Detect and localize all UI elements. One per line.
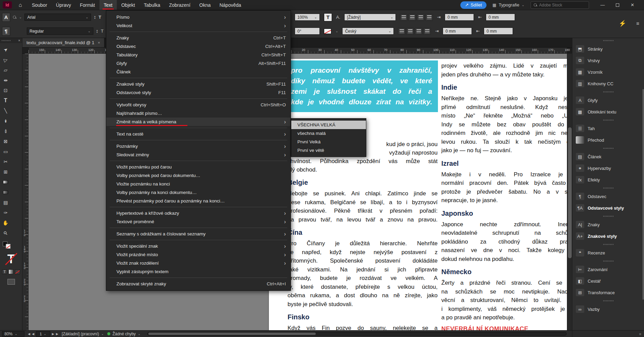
menubar-item-tabulka[interactable]: Tabulka xyxy=(140,0,165,10)
menu-item-clanek[interactable]: Článek xyxy=(106,68,291,76)
rotation-field[interactable]: 0° xyxy=(295,28,320,35)
menu-item-vlozit-znak-rozdeleni[interactable]: Vložit znak rozdělení› xyxy=(106,259,291,267)
previous-page-button[interactable]: ◀ xyxy=(32,332,34,336)
submenu-item-prvni-velka[interactable]: První Velká xyxy=(291,138,366,146)
hand-tool-icon[interactable]: ✋ xyxy=(0,218,11,228)
menu-item-seznamy-s-odrazkami-a-cislovane-seznamy[interactable]: Seznamy s odrážkami a číslované seznamy› xyxy=(106,230,291,238)
eyedropper-tool-icon[interactable]: ✑ xyxy=(0,208,11,218)
zoom-tool-icon[interactable]: ⚲ xyxy=(0,228,11,238)
scale-select[interactable]: 100% ⌄ xyxy=(295,14,320,21)
font-family-select[interactable]: Arial ⌄ xyxy=(24,14,91,21)
menu-item-vlozit-specialni-znak[interactable]: Vložit speciální znak› xyxy=(106,242,291,250)
panel-button-knihovny-cc[interactable]: ▥Knihovny CC xyxy=(572,78,644,89)
menu-item-odstavcove-styly[interactable]: Odstavcové stylyF11 xyxy=(106,88,291,97)
direct-selection-tool-icon[interactable]: ▷ xyxy=(0,55,11,65)
type-tool-icon[interactable]: T xyxy=(0,95,11,106)
free-transform-tool-icon[interactable]: ⊞ xyxy=(0,167,11,177)
panel-button-zarovnani[interactable]: ⊨Zarovnání xyxy=(572,264,644,275)
panel-button-vrstvy[interactable]: ⧉Vrstvy xyxy=(572,55,644,66)
paragraph-formatting-toggle[interactable]: ¶ xyxy=(2,27,10,36)
menu-item-znaky[interactable]: ZnakyCtrl+T xyxy=(106,34,291,42)
panel-button-tah[interactable]: ☰Tah xyxy=(572,123,644,134)
submenu-item-prvni-ve-vete[interactable]: První ve větě xyxy=(291,146,366,155)
note-tool-icon[interactable]: ▤ xyxy=(0,197,11,208)
panel-button-hypervazby[interactable]: ⚭Hypervazby xyxy=(572,162,644,174)
home-icon[interactable]: ⌂ xyxy=(15,2,25,8)
scissors-tool-icon[interactable]: ✂ xyxy=(0,157,11,167)
menu-item-odstavec[interactable]: OdstavecCtrl+Alt+T xyxy=(106,42,291,51)
panel-button-vzornik[interactable]: ▦Vzorník xyxy=(572,66,644,78)
quick-apply-icon[interactable]: ⚡ xyxy=(619,20,626,27)
menu-item-vytvorit-obrysy[interactable]: Vytvořit obrysyCtrl+Shift+O xyxy=(106,101,291,109)
panel-button-efekty[interactable]: fxEfekty xyxy=(572,174,644,185)
menubar-item-format[interactable]: Formát xyxy=(75,0,99,10)
font-size-stepper[interactable]: ▲ ▼ xyxy=(94,15,96,19)
panel-button-clanek[interactable]: ▤Článek xyxy=(572,151,644,162)
menubar-item-okna[interactable]: Okna xyxy=(195,0,215,10)
font-style-select[interactable]: Regular ⌄ xyxy=(27,28,93,35)
menu-item-glyfy[interactable]: GlyfyAlt+Shift+F11 xyxy=(106,59,291,68)
vertical-ruler[interactable]: 1 7 01 8 01 9 02 0 02 1 0 xyxy=(22,54,29,330)
character-formatting-toggle[interactable]: A xyxy=(2,13,10,22)
vertical-scrollbar[interactable] xyxy=(567,54,572,330)
workspace-switcher[interactable]: ▦ Typografie ⌄ xyxy=(493,2,525,7)
panel-menu-icon[interactable]: ≡ xyxy=(636,20,639,26)
justify-all-button[interactable] xyxy=(423,28,431,35)
document-tab[interactable]: textu_pokracovani_finale.indd @ 1 ✕ xyxy=(22,38,105,47)
panel-button-znakove-styly[interactable]: A+Znakové styly xyxy=(572,230,644,242)
align-left-button[interactable] xyxy=(400,14,407,21)
justify-last-center-button[interactable] xyxy=(406,28,414,35)
panel-button-obtekani-textu[interactable]: ▩Obtékání textu xyxy=(572,106,644,118)
menubar-item-upravy[interactable]: Úpravy xyxy=(52,0,75,10)
menu-item-volby-poznamek-pod-carou-dokumentu[interactable]: Volby poznámek pod čarou dokumentu… xyxy=(106,171,291,180)
panel-group-grip[interactable] xyxy=(572,89,644,94)
formatting-affects-text-indicator[interactable]: T xyxy=(4,252,19,267)
minimize-button[interactable]: — xyxy=(595,0,610,10)
panel-button-prechod[interactable]: Přechod xyxy=(572,134,644,146)
page-number-select[interactable]: 1 ⌄ xyxy=(36,331,50,337)
menu-item-hypertextove-a-krizove-odkazy[interactable]: Hypertextové a křížové odkazy› xyxy=(106,209,291,217)
menu-item-zobrazovat-skryte-znaky[interactable]: Zobrazovat skryté znakyCtrl+Alt+I xyxy=(106,280,291,288)
page-tool-icon[interactable]: ▱ xyxy=(0,65,11,75)
menu-item-sledovat-zmeny[interactable]: Sledovat změny› xyxy=(106,150,291,159)
stroke-color-swatch[interactable] xyxy=(6,244,11,249)
panel-group-grip[interactable] xyxy=(572,242,644,247)
panel-group-grip[interactable] xyxy=(572,118,644,123)
menu-item-vlozit-poznamku-pod-carou[interactable]: Vložit poznámku pod čarou xyxy=(106,163,291,171)
menu-item-tabulatory[interactable]: TabulátoryCtrl+Shift+T xyxy=(106,51,291,59)
menu-item-znakove-styly[interactable]: Znakové stylyShift+F11 xyxy=(106,80,291,88)
menu-item-volby-poznamky-na-konci-dokumentu[interactable]: Volby poznámky na konci dokumentu… xyxy=(106,188,291,197)
gradient-feather-tool-icon[interactable] xyxy=(0,187,11,197)
line-tool-icon[interactable]: ╲ xyxy=(0,106,11,116)
panel-button-odstavec[interactable]: ¶Odstavec xyxy=(572,191,644,202)
panel-group-grip[interactable] xyxy=(572,259,644,264)
panel-button-transformace[interactable]: ⊞Transformace xyxy=(572,287,644,298)
panel-group-grip[interactable] xyxy=(572,185,644,191)
formatting-affects-text-button[interactable]: T xyxy=(2,269,7,274)
panel-button-vazby[interactable]: ∞Vazby xyxy=(572,303,644,315)
stroke-none-swatch[interactable] xyxy=(324,29,331,34)
pencil-tool-icon[interactable]: ✏ xyxy=(0,126,11,136)
adobe-stock-search[interactable] xyxy=(531,1,589,9)
justify-button[interactable] xyxy=(425,14,433,21)
close-button[interactable]: ✕ xyxy=(625,0,640,10)
zoom-level-select[interactable]: 80% ⌄ xyxy=(2,331,24,337)
ruler-origin-box[interactable] xyxy=(22,48,29,54)
content-collector-tool-icon[interactable]: ⊡ xyxy=(0,85,11,95)
menubar-item-soubor[interactable]: Soubor xyxy=(27,0,52,10)
menu-item-textove-promenne[interactable]: Textové proměnné› xyxy=(106,217,291,226)
panel-group-grip[interactable] xyxy=(572,298,644,303)
submenu-item-vsechna-velka[interactable]: VŠECHNA VELKÁ xyxy=(291,121,366,129)
menubar-item-zobrazeni[interactable]: Zobrazení xyxy=(165,0,195,10)
menu-item-pismo[interactable]: Písmo› xyxy=(106,13,291,21)
align-right-button[interactable] xyxy=(417,14,424,21)
panel-button-glyfy[interactable]: AGlyfy xyxy=(572,94,644,106)
indent-left-field[interactable]: 0 mm xyxy=(445,14,474,21)
first-line-indent-field[interactable]: 0 mm xyxy=(443,28,472,35)
menu-item-velikost[interactable]: Velikost› xyxy=(106,21,291,30)
first-page-button[interactable]: ◀ xyxy=(28,332,30,336)
menubar-item-text[interactable]: Text xyxy=(99,0,117,10)
maximize-button[interactable] xyxy=(610,0,625,10)
character-style-select[interactable]: [Žádný] ⌄ xyxy=(344,14,396,21)
next-page-button[interactable]: ▶ xyxy=(52,332,54,336)
